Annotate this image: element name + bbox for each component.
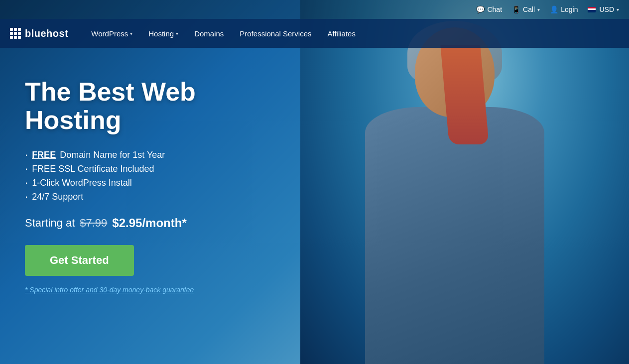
wordpress-dropdown-icon: ▾ — [130, 31, 132, 36]
feature-support: 24/7 Support — [25, 191, 274, 202]
nav-item-hosting[interactable]: Hosting ▾ — [140, 19, 186, 48]
feature-wordpress: 1-Click WordPress Install — [25, 177, 274, 188]
feature-ssl-text: FREE SSL Certificate Included — [32, 164, 154, 174]
hero-person-image — [300, 0, 629, 364]
login-link[interactable]: 👤 Login — [550, 5, 578, 13]
feature-free-domain-text: Domain Name for 1st Year — [60, 150, 165, 160]
call-link[interactable]: 📱 Call ▾ — [512, 5, 540, 13]
nav-professional-services-label: Professional Services — [240, 29, 311, 38]
login-icon: 👤 — [550, 5, 558, 13]
hosting-dropdown-icon: ▾ — [176, 31, 178, 36]
login-label: Login — [561, 5, 578, 13]
currency-flag-icon — [588, 7, 596, 12]
nav-item-affiliates[interactable]: Affiliates — [320, 19, 364, 48]
chat-link[interactable]: 💬 Chat — [476, 5, 502, 13]
feature-ssl: FREE SSL Certificate Included — [25, 163, 274, 174]
call-dropdown-icon: ▾ — [537, 7, 540, 12]
price-prefix: Starting at — [25, 217, 75, 230]
hero-content: The Best Web Hosting FREE Domain Name fo… — [0, 48, 299, 324]
hero-title: The Best Web Hosting — [25, 78, 274, 134]
nav-hosting-label: Hosting — [148, 29, 174, 38]
get-started-button[interactable]: Get Started — [25, 245, 134, 276]
chat-icon: 💬 — [476, 5, 485, 13]
logo-grid-icon — [10, 28, 21, 39]
call-icon: 📱 — [512, 5, 520, 13]
nav-item-wordpress[interactable]: WordPress ▾ — [83, 19, 140, 48]
nav-affiliates-label: Affiliates — [328, 29, 356, 38]
feature-wordpress-text: 1-Click WordPress Install — [32, 178, 132, 188]
hero-features-list: FREE Domain Name for 1st Year FREE SSL C… — [25, 149, 274, 202]
currency-dropdown-icon: ▾ — [617, 7, 619, 12]
navbar: bluehost WordPress ▾ Hosting ▾ Domains P… — [0, 19, 629, 48]
call-label: Call — [523, 5, 535, 13]
top-bar: 💬 Chat 📱 Call ▾ 👤 Login USD ▾ — [0, 0, 629, 19]
nav-wordpress-label: WordPress — [91, 29, 128, 38]
brand-name: bluehost — [25, 28, 68, 39]
new-price: $2.95/month* — [112, 216, 186, 230]
feature-free-label: FREE — [32, 150, 56, 160]
nav-domains-label: Domains — [194, 29, 224, 38]
currency-label: USD — [599, 5, 614, 13]
hero-pricing: Starting at $7.99 $2.95/month* — [25, 216, 274, 230]
nav-item-domains[interactable]: Domains — [186, 19, 232, 48]
feature-support-text: 24/7 Support — [32, 192, 83, 202]
chat-label: Chat — [487, 5, 502, 13]
nav-menu: WordPress ▾ Hosting ▾ Domains Profession… — [83, 19, 364, 48]
disclaimer-link[interactable]: * Special intro offer and 30-day money-b… — [25, 286, 274, 294]
logo[interactable]: bluehost — [10, 28, 68, 39]
nav-item-professional-services[interactable]: Professional Services — [232, 19, 319, 48]
currency-selector[interactable]: USD ▾ — [588, 5, 619, 13]
person-jacket — [365, 107, 544, 364]
feature-free-domain: FREE Domain Name for 1st Year — [25, 149, 274, 160]
old-price: $7.99 — [80, 217, 107, 230]
